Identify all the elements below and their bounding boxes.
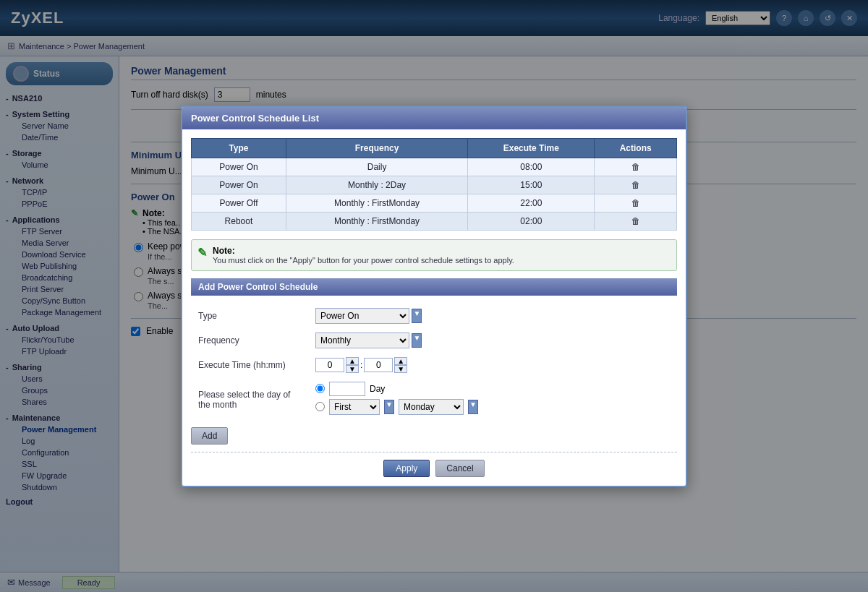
hour-down[interactable]: ▼ xyxy=(346,365,359,373)
day-number-input[interactable] xyxy=(329,382,365,396)
add-schedule-title: Add Power Control Schedule xyxy=(191,278,677,296)
add-button[interactable]: Add xyxy=(191,427,228,445)
day-name-select[interactable]: Monday Tuesday Wednesday Thursday Friday… xyxy=(399,399,464,415)
col-frequency: Frequency xyxy=(286,138,467,158)
day-dropdown-arrow[interactable]: ▼ xyxy=(468,400,478,414)
modal-apply-button[interactable]: Apply xyxy=(383,460,430,477)
note-icon: ✎ xyxy=(197,246,207,259)
time-spinner: ▲ ▼ : ▲ ▼ xyxy=(315,357,670,373)
row-execute-time: 22:00 xyxy=(468,194,595,212)
row-frequency: Monthly : 2Day xyxy=(286,176,467,194)
type-select[interactable]: Power On Power Off Reboot xyxy=(315,308,409,324)
row-type: Reboot xyxy=(192,212,286,230)
modal-form: Type Power On Power Off Reboot ▼ Frequen… xyxy=(191,303,677,423)
table-row: Power On Daily 08:00 🗑 xyxy=(192,158,677,176)
minute-input[interactable] xyxy=(364,358,393,372)
note-box: ✎ Note: You must click on the "Apply" bu… xyxy=(191,239,677,271)
type-dropdown-arrow[interactable]: ▼ xyxy=(412,309,422,323)
row-action[interactable]: 🗑 xyxy=(595,176,677,194)
row-execute-time: 08:00 xyxy=(468,158,595,176)
row-type: Power Off xyxy=(192,194,286,212)
row-execute-time: 15:00 xyxy=(468,176,595,194)
row-type: Power On xyxy=(192,158,286,176)
modal-cancel-button[interactable]: Cancel xyxy=(435,460,484,477)
hour-spinner: ▲ ▼ xyxy=(346,357,359,373)
modal: Power Control Schedule List Type Frequen… xyxy=(181,106,687,487)
modal-title: Power Control Schedule List xyxy=(182,107,686,129)
table-row: Power Off Monthly : FirstMonday 22:00 🗑 xyxy=(192,194,677,212)
day-radio-row-1: Day xyxy=(315,382,670,396)
day-label: Please select the day of the month xyxy=(192,378,308,421)
row-type: Power On xyxy=(192,176,286,194)
day-first-select[interactable]: First Second Third Fourth Last xyxy=(329,399,380,415)
day-radio-named[interactable] xyxy=(315,402,325,411)
note-title: Note: xyxy=(213,246,514,256)
row-action[interactable]: 🗑 xyxy=(595,194,677,212)
day-radio-row-2: First Second Third Fourth Last ▼ Monday … xyxy=(315,399,670,415)
execute-time-label: Execute Time (hh:mm) xyxy=(192,353,308,377)
modal-button-row: Apply Cancel xyxy=(191,460,677,477)
row-frequency: Monthly : FirstMonday xyxy=(286,194,467,212)
day-radio-specific[interactable] xyxy=(315,384,325,393)
row-action[interactable]: 🗑 xyxy=(595,212,677,230)
col-actions: Actions xyxy=(595,138,677,158)
minute-down[interactable]: ▼ xyxy=(394,365,407,373)
minute-up[interactable]: ▲ xyxy=(394,357,407,365)
hour-up[interactable]: ▲ xyxy=(346,357,359,365)
table-row: Reboot Monthly : FirstMonday 02:00 🗑 xyxy=(192,212,677,230)
row-action[interactable]: 🗑 xyxy=(595,158,677,176)
hour-input[interactable] xyxy=(315,358,344,372)
schedule-table: Type Frequency Execute Time Actions Powe… xyxy=(191,138,677,231)
frequency-select[interactable]: Daily Weekly Monthly xyxy=(315,333,409,348)
modal-body: Type Frequency Execute Time Actions Powe… xyxy=(182,129,686,486)
table-row: Power On Monthly : 2Day 15:00 🗑 xyxy=(192,176,677,194)
row-execute-time: 02:00 xyxy=(468,212,595,230)
modal-overlay: Power Control Schedule List Type Frequen… xyxy=(0,0,868,592)
time-separator: : xyxy=(360,360,362,370)
col-type: Type xyxy=(192,138,286,158)
frequency-label: Frequency xyxy=(192,329,308,352)
note-text: You must click on the "Apply" button for… xyxy=(213,256,514,265)
row-frequency: Daily xyxy=(286,158,467,176)
day-label-text: Day xyxy=(370,384,385,394)
first-dropdown-arrow[interactable]: ▼ xyxy=(384,400,394,414)
type-label: Type xyxy=(192,304,308,327)
row-frequency: Monthly : FirstMonday xyxy=(286,212,467,230)
frequency-dropdown-arrow[interactable]: ▼ xyxy=(412,333,422,348)
col-execute-time: Execute Time xyxy=(468,138,595,158)
minute-spinner: ▲ ▼ xyxy=(394,357,407,373)
schedule-table-body: Power On Daily 08:00 🗑 Power On Monthly … xyxy=(192,158,677,230)
